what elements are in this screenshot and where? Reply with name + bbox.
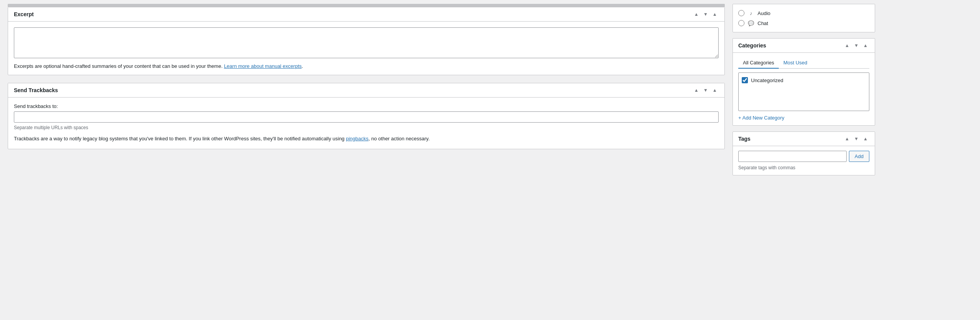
trackbacks-header: Send Trackbacks ▲ ▼ ▲ (8, 83, 724, 98)
trackbacks-title: Send Trackbacks (14, 87, 58, 93)
categories-controls: ▲ ▼ ▲ (843, 42, 869, 49)
categories-title: Categories (738, 42, 766, 49)
add-new-category-button[interactable]: + Add New Category (738, 115, 785, 121)
trackbacks-metabox: Send Trackbacks ▲ ▼ ▲ Send trackbacks to… (8, 83, 725, 149)
format-chat-option: 💬 Chat (738, 18, 869, 28)
categories-body: All Categories Most Used Uncategorized +… (733, 53, 875, 125)
tags-metabox: Tags ▲ ▼ ▲ Add Separate tags with commas (732, 131, 875, 175)
excerpt-title: Excerpt (14, 11, 34, 17)
categories-metabox: Categories ▲ ▼ ▲ All Categories Most Use… (732, 38, 875, 126)
excerpt-metabox: Excerpt ▲ ▼ ▲ Excerpts are optional hand… (8, 7, 725, 75)
excerpt-down-btn[interactable]: ▼ (702, 11, 709, 17)
tags-title: Tags (738, 136, 751, 142)
categories-list: Uncategorized (738, 72, 869, 111)
categories-tabs: All Categories Most Used (738, 57, 869, 69)
format-options: ♪ Audio 💬 Chat (733, 4, 875, 32)
trackbacks-collapse-btn[interactable]: ▲ (711, 87, 719, 93)
category-uncategorized-checkbox[interactable] (742, 77, 748, 83)
excerpt-up-btn[interactable]: ▲ (692, 11, 700, 17)
categories-down-btn[interactable]: ▼ (852, 42, 860, 49)
format-audio-option: ♪ Audio (738, 8, 869, 18)
format-chat-label: Chat (758, 20, 768, 26)
excerpt-help: Excerpts are optional hand-crafted summa… (14, 63, 719, 69)
trackbacks-description: Trackbacks are a way to notify legacy bl… (14, 135, 719, 143)
category-uncategorized-label: Uncategorized (751, 77, 783, 83)
format-audio-radio[interactable] (738, 10, 744, 16)
sidebar: ♪ Audio 💬 Chat Categories ▲ ▼ ▲ (732, 0, 879, 320)
tags-collapse-btn[interactable]: ▲ (862, 136, 869, 142)
categories-collapse-btn[interactable]: ▲ (862, 42, 869, 49)
excerpt-controls: ▲ ▼ ▲ (692, 11, 719, 17)
format-section-partial: ♪ Audio 💬 Chat (732, 4, 875, 32)
format-audio-label: Audio (758, 10, 770, 16)
category-item-uncategorized: Uncategorized (742, 76, 866, 84)
tab-most-used[interactable]: Most Used (779, 57, 812, 69)
tags-body: Add Separate tags with commas (733, 146, 875, 175)
tags-help-text: Separate tags with commas (738, 165, 869, 170)
pingbacks-link[interactable]: pingbacks (346, 136, 369, 141)
excerpt-learn-more-link[interactable]: Learn more about manual excerpts (224, 63, 302, 69)
tab-all-categories[interactable]: All Categories (738, 57, 779, 69)
excerpt-collapse-btn[interactable]: ▲ (711, 11, 719, 17)
tags-header: Tags ▲ ▼ ▲ (733, 132, 875, 146)
tags-controls: ▲ ▼ ▲ (843, 136, 869, 142)
trackbacks-down-btn[interactable]: ▼ (702, 87, 709, 93)
audio-icon: ♪ (748, 10, 754, 17)
trackbacks-up-btn[interactable]: ▲ (692, 87, 700, 93)
format-chat-radio[interactable] (738, 20, 744, 26)
tags-up-btn[interactable]: ▲ (843, 136, 851, 142)
trackbacks-body: Send trackbacks to: Separate multiple UR… (8, 98, 724, 149)
tags-input[interactable] (738, 151, 847, 162)
chat-icon: 💬 (748, 20, 754, 27)
excerpt-body: Excerpts are optional hand-crafted summa… (8, 22, 724, 75)
trackbacks-input[interactable] (14, 111, 719, 123)
categories-header: Categories ▲ ▼ ▲ (733, 39, 875, 53)
excerpt-textarea[interactable] (14, 27, 719, 58)
add-tag-button[interactable]: Add (849, 151, 869, 162)
categories-up-btn[interactable]: ▲ (843, 42, 851, 49)
tags-down-btn[interactable]: ▼ (852, 136, 860, 142)
tags-input-row: Add (738, 151, 869, 162)
trackbacks-label: Send trackbacks to: (14, 103, 719, 109)
trackbacks-urls-help: Separate multiple URLs with spaces (14, 125, 719, 130)
trackbacks-controls: ▲ ▼ ▲ (692, 87, 719, 93)
excerpt-header: Excerpt ▲ ▼ ▲ (8, 7, 724, 22)
